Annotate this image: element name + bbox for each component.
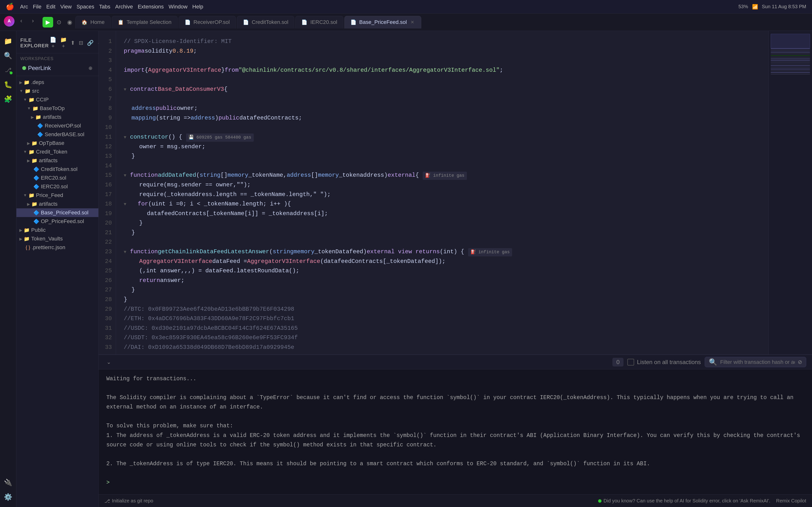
activity-files-icon[interactable]: 📁 bbox=[2, 35, 14, 47]
collapse-panel-button[interactable]: ⌄ bbox=[104, 358, 113, 367]
menu-tabs[interactable]: Tabs bbox=[99, 4, 110, 10]
forward-button[interactable]: › bbox=[28, 16, 38, 25]
number: 0.8.19 bbox=[172, 46, 193, 56]
tree-item-public[interactable]: ▶ 📁 Public bbox=[16, 226, 98, 234]
code-content[interactable]: // SPDX-License-Identifier: MIT pragma s… bbox=[116, 31, 768, 354]
basepricefeed-file-icon: 📄 bbox=[350, 19, 356, 25]
collapse-icon[interactable]: ▼ bbox=[124, 249, 129, 256]
tree-item-artifacts-1[interactable]: ▶ 📁 artifacts bbox=[16, 113, 98, 121]
menu-edit[interactable]: Edit bbox=[46, 4, 55, 10]
tree-item-baseToOp[interactable]: ▼ 📁 BaseToOp bbox=[16, 104, 98, 113]
activity-git-icon[interactable]: ⎇ bbox=[2, 64, 14, 76]
collapse-icon[interactable]: ▼ bbox=[124, 201, 129, 208]
code-line-21: } bbox=[124, 228, 761, 237]
collapse-icon[interactable]: ▼ bbox=[124, 86, 129, 94]
menu-archive[interactable]: Archive bbox=[115, 4, 133, 10]
collapse-icon[interactable]: ▼ bbox=[124, 134, 129, 141]
menu-spaces[interactable]: Spaces bbox=[77, 4, 94, 10]
tree-item-senderBase[interactable]: 🔷 SenderBASE.sol bbox=[16, 130, 98, 139]
collapse-icon[interactable]: ▼ bbox=[124, 172, 129, 179]
workspace-peerlink[interactable]: PeerLink ⊕ bbox=[20, 63, 95, 73]
folder-icon: 📁 bbox=[24, 227, 30, 233]
tab-receiverOP[interactable]: 📄 ReceiverOP.sol bbox=[179, 16, 236, 29]
tree-item-opPriceFeed[interactable]: 🔷 OP_PriceFeed.sol bbox=[16, 217, 98, 226]
filter-search-box[interactable]: 🔍 ⊘ bbox=[705, 357, 806, 367]
line-num-26: 26 bbox=[99, 276, 116, 285]
search-icon: 🔍 bbox=[709, 358, 717, 366]
clear-search-button[interactable]: ⊘ bbox=[798, 359, 802, 365]
code-line-27: } bbox=[124, 285, 761, 295]
back-button[interactable]: ‹ bbox=[16, 16, 26, 25]
filter-search-input[interactable] bbox=[720, 359, 795, 365]
tree-item-receiverOP[interactable]: 🔷 ReceiverOP.sol bbox=[16, 121, 98, 130]
menu-window[interactable]: Window bbox=[169, 4, 188, 10]
upload-button[interactable]: ⬆ bbox=[69, 36, 76, 50]
tree-item-opTpBase[interactable]: ▶ 📁 OpTpBase bbox=[16, 139, 98, 148]
line-num-3: 3 bbox=[99, 56, 116, 65]
link-button[interactable]: 🔗 bbox=[86, 36, 95, 50]
chevron-down-icon: ▼ bbox=[23, 150, 27, 154]
tree-item-ccip[interactable]: ▼ 📁 CCIP bbox=[16, 95, 98, 104]
tree-item-basePriceFeed[interactable]: 🔷 Base_PriceFeed.sol bbox=[16, 208, 98, 217]
tree-item-priceFeed[interactable]: ▼ 📁 Price_Feed bbox=[16, 191, 98, 200]
collapse-all-button[interactable]: ⊟ bbox=[78, 36, 84, 50]
menu-view[interactable]: View bbox=[60, 4, 71, 10]
terminal-prompt: > bbox=[106, 480, 110, 486]
record-btn[interactable]: ◉ bbox=[65, 17, 74, 27]
tree-item-creditTokenSol[interactable]: 🔷 CreditToken.sol bbox=[16, 165, 98, 174]
activity-search-icon[interactable]: 🔍 bbox=[2, 49, 14, 62]
code-text: } bbox=[132, 151, 135, 161]
json-file-icon: { } bbox=[26, 245, 30, 250]
tab-icon-btn[interactable]: ⊙ bbox=[54, 17, 64, 27]
tree-item-tokenVaults[interactable]: ▶ 📁 Token_Vaults bbox=[16, 234, 98, 243]
git-status[interactable]: ⎇ Initialize as git repo bbox=[104, 498, 153, 504]
tree-item-creditToken[interactable]: ▼ 📁 Credit_Token bbox=[16, 148, 98, 156]
tab-basePriceFeed[interactable]: 📄 Base_PriceFeed.sol ✕ bbox=[344, 16, 421, 29]
tree-item-erc20[interactable]: 🔷 ERC20.sol bbox=[16, 174, 98, 182]
chevron-down-icon: ▼ bbox=[27, 106, 31, 111]
tab-template-selection[interactable]: 📋 Template Selection bbox=[112, 16, 177, 29]
new-folder-button[interactable]: 📁+ bbox=[59, 36, 68, 50]
activity-plugin-icon[interactable]: 🔌 bbox=[2, 476, 14, 489]
tab-ierc20-label: IERC20.sol bbox=[310, 19, 337, 25]
run-button[interactable]: ▶ bbox=[43, 17, 53, 27]
line-num-7: 7 bbox=[99, 94, 116, 104]
tree-item-artifacts-2[interactable]: ▶ 📁 artifacts bbox=[16, 156, 98, 165]
code-text: ) bbox=[215, 113, 218, 123]
activity-settings-icon[interactable]: ⚙️ bbox=[2, 491, 14, 503]
line-num-25: 25 bbox=[99, 266, 116, 276]
type: Base_DataConsumerV3 bbox=[158, 84, 224, 94]
keyword: public bbox=[156, 104, 176, 113]
tree-item-src[interactable]: ▼ 📁 src bbox=[16, 87, 98, 95]
tab-ierc20[interactable]: 📄 IERC20.sol bbox=[295, 16, 343, 29]
apple-menu[interactable]: 🍎 bbox=[6, 3, 14, 11]
activity-extensions-icon[interactable]: 🧩 bbox=[2, 93, 14, 105]
sol-file-icon: 🔷 bbox=[33, 210, 39, 216]
terminal-solution-2: 2. The _tokenAddress is of type IERC20. … bbox=[106, 461, 650, 467]
ierc20-file-icon: 📄 bbox=[301, 19, 307, 25]
new-file-button[interactable]: 📄+ bbox=[49, 36, 57, 50]
copilot-label[interactable]: Remix Copilot bbox=[776, 498, 806, 504]
menu-arc[interactable]: Arc bbox=[20, 4, 28, 10]
activity-debug-icon[interactable]: 🐛 bbox=[2, 78, 14, 91]
code-line-1: // SPDX-License-Identifier: MIT bbox=[124, 37, 761, 46]
line-num-9: 9 bbox=[99, 113, 116, 123]
menu-file[interactable]: File bbox=[33, 4, 41, 10]
close-tab-button[interactable]: ✕ bbox=[410, 19, 415, 25]
code-line-7 bbox=[124, 94, 761, 104]
listen-checkbox-input[interactable] bbox=[627, 359, 634, 365]
menu-help[interactable]: Help bbox=[192, 4, 203, 10]
tree-item-ierc20[interactable]: 🔷 IERC20.sol bbox=[16, 182, 98, 191]
tree-label-ccip: CCIP bbox=[36, 97, 49, 103]
code-editor: 1 2 3 4 5 6 7 8 9 10 11 12 13 14 15 16 1… bbox=[99, 31, 812, 354]
menu-extensions[interactable]: Extensions bbox=[138, 4, 164, 10]
tree-item-deps[interactable]: ▶ 📁 .deps bbox=[16, 78, 98, 87]
chevron-down-icon: ▼ bbox=[19, 89, 23, 93]
tree-item-prettierrc[interactable]: { } .prettierrc.json bbox=[16, 243, 98, 252]
sol-file-icon: 🔷 bbox=[33, 166, 39, 172]
check-button[interactable]: ✓ bbox=[96, 36, 99, 50]
tab-home[interactable]: 🏠 Home bbox=[75, 16, 111, 29]
tab-creditToken[interactable]: 📄 CreditToken.sol bbox=[237, 16, 295, 29]
tree-item-artifacts-3[interactable]: ▶ 📁 artifacts bbox=[16, 200, 98, 208]
listen-checkbox-container[interactable]: Listen on all transactions bbox=[627, 359, 701, 365]
